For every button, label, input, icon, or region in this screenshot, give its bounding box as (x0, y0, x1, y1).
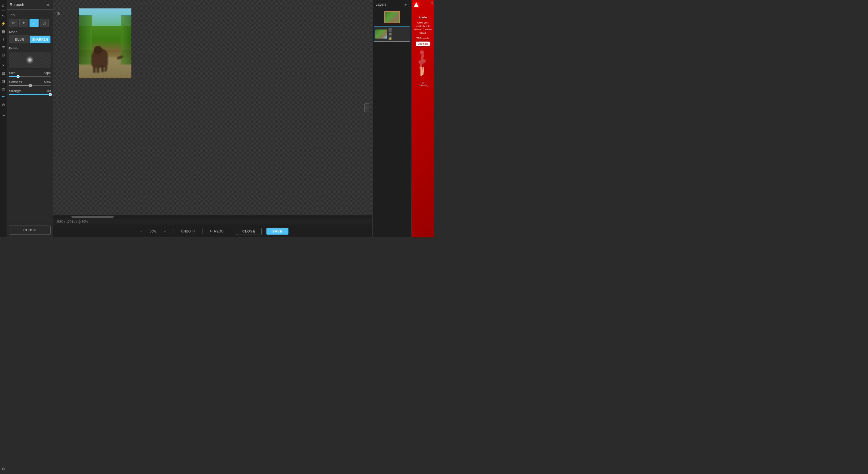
strength-slider-row: Strength 100 (9, 89, 51, 95)
layers-title: Layers (375, 2, 386, 7)
redo-label: REDO (214, 230, 224, 233)
layer-image-icon: 🖼 (389, 32, 392, 36)
strength-slider-thumb[interactable] (49, 93, 52, 96)
left-tool-cursor[interactable]: ↖ (1, 13, 6, 19)
tool-buttons: ✏ ✦ 💧 ◎ (9, 19, 51, 27)
ad-illustration (414, 50, 432, 80)
current-layer-thumbnail[interactable] (384, 11, 400, 23)
layer-visibility-icon[interactable]: ··· (389, 28, 392, 32)
undo-icon: ↺ (192, 229, 195, 233)
left-toolbar-divider-3 (1, 110, 5, 110)
retouch-body: Tool ✏ ✦ 💧 ◎ Mode BLUR SHARPEN Brush Siz… (7, 10, 53, 223)
strength-label: Strength (9, 89, 22, 93)
h-scrollbar-thumb[interactable] (71, 216, 114, 218)
ad-attribution: BēLuckiestid_ (417, 82, 428, 87)
strength-slider-track[interactable] (9, 94, 51, 95)
left-tool-circle-half[interactable]: ◑ (1, 78, 6, 84)
left-tool-home[interactable]: ⌂ (1, 2, 6, 8)
left-toolbar-divider-1 (1, 10, 5, 10)
retouch-footer: CLOSE (7, 223, 53, 237)
softness-value: 50% (44, 80, 51, 84)
zoom-level-display: 60% (150, 230, 156, 233)
canvas-dimensions: 2880 x 1794 px @ 60% (56, 220, 88, 224)
size-slider-track[interactable] (9, 76, 51, 77)
size-slider-fill (9, 76, 18, 77)
left-tool-text[interactable]: T (1, 36, 6, 42)
redo-button[interactable]: ↻ REDO (207, 228, 226, 234)
left-tool-sliders[interactable]: ⊟ (1, 70, 6, 76)
canvas-area: ⊕ (53, 0, 372, 237)
left-tool-brush[interactable]: ✒ (1, 94, 6, 99)
left-tool-clock[interactable]: ◷ (1, 86, 6, 92)
mode-blur-button[interactable]: BLUR (9, 36, 30, 43)
left-tool-grid[interactable]: ▦ (1, 29, 6, 34)
layer-lock-icon[interactable]: 🔒 (389, 36, 392, 40)
left-tool-hatch[interactable]: ≋ (1, 44, 6, 50)
bottom-toolbar: − 60% + UNDO ↺ ↻ REDO CLOSE SAVE (53, 225, 372, 237)
retouch-close-button[interactable]: ✕ (46, 2, 50, 7)
horizontal-scrollbar[interactable] (53, 215, 372, 218)
left-toolbar-divider-2 (1, 60, 5, 60)
canvas-container[interactable]: ⊕ (53, 0, 372, 215)
zoom-in-button[interactable]: + (161, 227, 168, 235)
left-tool-lightning[interactable]: ⚡ (1, 21, 6, 26)
size-slider-row: Size 33px (9, 71, 51, 77)
redo-icon: ↻ (210, 229, 213, 233)
left-toolbar: ⌂ ↖ ⚡ ▦ T ≋ ⊡ ✂ ⊟ ◑ ◷ ✒ ⊘ ··· ⚙ (0, 0, 7, 237)
mode-buttons: BLUR SHARPEN (9, 36, 51, 43)
ad-panel: ✕ Adobe Grow your creativity with 20% of… (411, 0, 434, 237)
brush-dot (27, 57, 33, 63)
layers-panel: Layers + ··· 🖼 🔒 (372, 0, 411, 237)
add-layer-button[interactable]: + (403, 2, 408, 7)
status-bar: 2880 x 1794 px @ 60% (53, 218, 372, 225)
size-value: 33px (43, 71, 51, 75)
strength-slider-fill (9, 94, 51, 95)
mode-sharpen-button[interactable]: SHARPEN (30, 36, 50, 43)
tool-pencil-button[interactable]: ✏ (9, 19, 18, 27)
save-bottom-button[interactable]: SAVE (267, 228, 288, 235)
layer-thumbnail-area (373, 9, 411, 25)
canvas-crosshair-icon: ⊕ (56, 11, 60, 16)
left-tool-more[interactable]: ··· (1, 112, 6, 118)
tool-stamp-button[interactable]: ✦ (19, 19, 28, 27)
undo-label: UNDO (181, 230, 191, 233)
ad-content: Adobe Grow your creativity with 20% off … (412, 0, 434, 237)
tool-water-button[interactable]: 💧 (30, 19, 38, 27)
layers-scroll: ··· 🖼 🔒 (373, 25, 411, 237)
close-bottom-button[interactable]: CLOSE (236, 228, 261, 235)
ad-buy-button[interactable]: Buy now (416, 41, 430, 46)
size-slider-thumb[interactable] (17, 75, 20, 78)
toolbar-divider-1 (174, 228, 174, 234)
zoom-out-button[interactable]: − (137, 227, 145, 235)
left-tool-scissors[interactable]: ✂ (1, 63, 6, 68)
layer-item[interactable]: ··· 🖼 🔒 (374, 27, 410, 41)
left-tool-paint[interactable]: ⊘ (1, 102, 6, 107)
tool-section-label: Tool (9, 13, 51, 17)
retouch-header: Retouch ✕ (7, 0, 53, 10)
canvas-image[interactable] (79, 8, 131, 78)
zoom-in-icon: + (163, 229, 166, 234)
layer-icons: ··· 🖼 🔒 (389, 28, 392, 40)
adobe-logo (413, 1, 419, 8)
canvas-collapse-button[interactable]: › (364, 103, 369, 112)
softness-slider-thumb[interactable] (29, 84, 32, 87)
toolbar-divider-2 (202, 228, 203, 234)
canvas-image-wrapper (79, 8, 131, 78)
adobe-wordmark: Adobe (418, 15, 427, 19)
retouch-title: Retouch (10, 2, 24, 7)
size-label: Size (9, 71, 16, 75)
toolbar-divider-3 (231, 228, 231, 234)
undo-button[interactable]: UNDO ↺ (179, 228, 197, 234)
ad-headline: Grow your creativity with 20% off Creati… (413, 21, 432, 35)
retouch-close-panel-button[interactable]: CLOSE (9, 226, 51, 235)
softness-slider-track[interactable] (9, 85, 51, 86)
left-tool-crop[interactable]: ⊡ (1, 52, 6, 58)
brush-section-label: Brush (9, 46, 51, 50)
ad-close-button[interactable]: ✕ (430, 1, 433, 5)
tool-eraser-button[interactable]: ◎ (40, 19, 49, 27)
layer-thumb (375, 30, 387, 39)
brush-preview (9, 52, 51, 68)
layers-header: Layers + (373, 0, 411, 9)
softness-label: Softness (9, 80, 22, 84)
mode-section-label: Mode (9, 30, 51, 34)
